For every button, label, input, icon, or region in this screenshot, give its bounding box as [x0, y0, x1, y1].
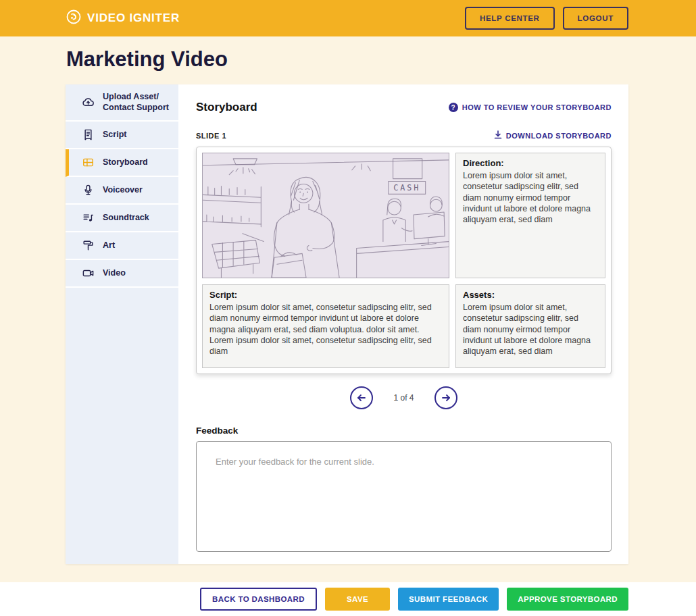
sidebar-item-label: Script — [103, 129, 126, 140]
brand-name: VIDEO IGNITER — [87, 11, 180, 25]
page-title-row: Marketing Video — [0, 36, 696, 84]
sidebar-item-label: Art — [103, 240, 115, 251]
feedback-label: Feedback — [196, 426, 612, 436]
sidebar-item-label: Video — [103, 267, 126, 278]
sidebar-item-soundtrack[interactable]: Soundtrack — [66, 205, 178, 232]
sidebar-item-script[interactable]: Script — [66, 122, 178, 149]
storyboard-card: CASH — [196, 147, 612, 374]
direction-panel-body: Lorem ipsum dolor sit amet, consetetur s… — [463, 170, 598, 225]
storyboard-grid-icon — [82, 156, 95, 169]
feedback-input[interactable] — [196, 441, 612, 552]
slide-header: SLIDE 1 DOWNLOAD STORYBOARD — [196, 130, 612, 140]
how-to-review-link-label: HOW TO REVIEW YOUR STORYBOARD — [462, 103, 612, 111]
video-camera-icon — [82, 267, 95, 280]
slide-label: SLIDE 1 — [196, 132, 226, 140]
question-mark-icon: ? — [449, 103, 458, 112]
next-slide-button[interactable] — [434, 386, 457, 409]
assets-panel-body: Lorem ipsum dolor sit amet, consetetur s… — [463, 302, 598, 357]
download-storyboard-link-label: DOWNLOAD STORYBOARD — [506, 132, 612, 140]
assets-panel: Assets: Lorem ipsum dolor sit amet, cons… — [455, 284, 605, 368]
arrow-right-icon — [441, 392, 451, 403]
cloud-upload-icon — [82, 96, 95, 109]
top-actions: HELP CENTER LOGOUT — [465, 7, 628, 30]
sidebar-item-art[interactable]: Art — [66, 232, 178, 260]
script-panel-body: Lorem ipsum dolor sit amet, consetetur s… — [209, 302, 442, 335]
main-panel: Upload Asset/Contact Support Script Stor… — [66, 84, 628, 564]
script-panel-body-2: Lorem ipsum dolor sit amet, consetetur s… — [209, 335, 442, 357]
paint-roller-icon — [82, 239, 95, 252]
sidebar-item-voiceover[interactable]: Voiceover — [66, 177, 178, 205]
brand: VIDEO IGNITER — [66, 9, 180, 28]
assets-panel-title: Assets: — [463, 290, 598, 300]
section-title: Storyboard — [196, 101, 257, 114]
sidebar-item-label-line2: Contact Support — [103, 103, 169, 112]
logout-button[interactable]: LOGOUT — [563, 7, 628, 30]
content-header: Storyboard ? HOW TO REVIEW YOUR STORYBOA… — [196, 101, 612, 114]
microphone-icon — [82, 184, 95, 197]
app-window: VIDEO IGNITER HELP CENTER LOGOUT Marketi… — [0, 0, 696, 616]
how-to-review-link[interactable]: ? HOW TO REVIEW YOUR STORYBOARD — [449, 103, 612, 112]
slide-pagination: 1 of 4 — [196, 386, 612, 409]
sidebar-item-label: Soundtrack — [103, 212, 149, 223]
top-bar: VIDEO IGNITER HELP CENTER LOGOUT — [0, 0, 696, 36]
direction-panel: Direction: Lorem ipsum dolor sit amet, c… — [455, 153, 605, 278]
sidebar-item-label-line1: Upload Asset/ — [103, 92, 159, 101]
video-igniter-logo-icon — [66, 9, 82, 28]
help-center-button[interactable]: HELP CENTER — [465, 7, 555, 30]
sidebar-item-storyboard[interactable]: Storyboard — [66, 149, 178, 177]
sidebar-item-label: Upload Asset/Contact Support — [103, 91, 169, 113]
storyboard-sketch-image: CASH — [202, 153, 449, 278]
script-panel-title: Script: — [209, 290, 442, 300]
back-to-dashboard-button[interactable]: BACK TO DASHBOARD — [200, 588, 317, 611]
sidebar-item-upload-asset[interactable]: Upload Asset/Contact Support — [66, 84, 178, 122]
sidebar: Upload Asset/Contact Support Script Stor… — [66, 84, 178, 564]
bottom-action-bar: BACK TO DASHBOARD SAVE SUBMIT FEEDBACK A… — [0, 582, 696, 616]
cash-sign-text: CASH — [393, 183, 420, 192]
music-playlist-icon — [82, 211, 95, 224]
download-icon — [494, 130, 502, 140]
sidebar-item-label: Storyboard — [103, 157, 148, 168]
page-title: Marketing Video — [66, 47, 696, 72]
download-storyboard-link[interactable]: DOWNLOAD STORYBOARD — [494, 130, 612, 140]
content-area: Storyboard ? HOW TO REVIEW YOUR STORYBOA… — [178, 84, 628, 564]
save-button[interactable]: SAVE — [325, 588, 390, 611]
submit-feedback-button[interactable]: SUBMIT FEEDBACK — [398, 588, 499, 611]
script-panel: Script: Lorem ipsum dolor sit amet, cons… — [202, 284, 449, 368]
storyboard-sketch-svg: CASH — [203, 153, 449, 278]
arrow-left-icon — [356, 392, 367, 403]
sidebar-item-video[interactable]: Video — [66, 260, 178, 288]
slide-counter: 1 of 4 — [393, 393, 414, 403]
previous-slide-button[interactable] — [350, 386, 373, 409]
direction-panel-title: Direction: — [463, 158, 598, 168]
approve-storyboard-button[interactable]: APPROVE STORYBOARD — [507, 588, 628, 611]
sidebar-item-label: Voiceover — [103, 184, 143, 195]
script-document-icon — [82, 128, 95, 141]
